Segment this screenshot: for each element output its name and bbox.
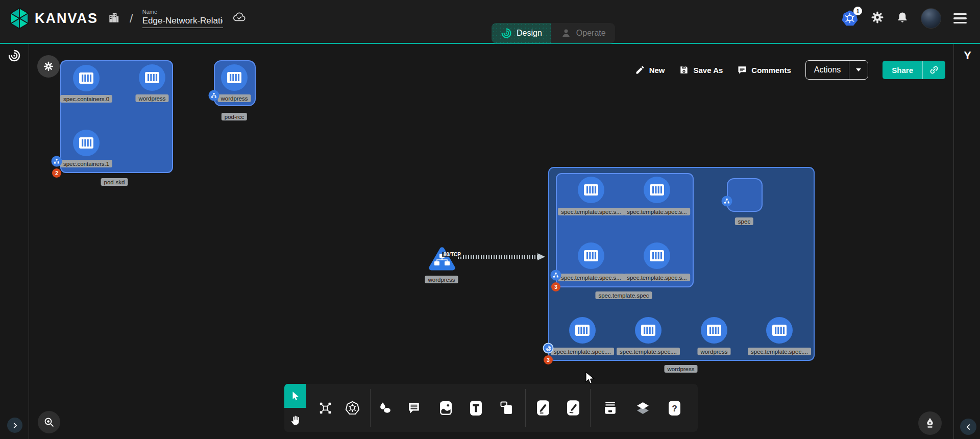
- select-tool-button[interactable]: [284, 384, 306, 408]
- node-container[interactable]: [73, 65, 100, 91]
- relationship-badge-icon: [551, 270, 561, 281]
- new-button[interactable]: New: [635, 65, 665, 75]
- tab-design[interactable]: Design: [492, 23, 551, 43]
- hand-icon: [289, 414, 302, 426]
- design-spiral-icon: [501, 28, 512, 39]
- cursor-arrow-icon: [290, 391, 301, 402]
- edge-style-tool-button[interactable]: [533, 398, 553, 418]
- meshery-spinner-icon: [8, 49, 21, 62]
- node-label: spec.containers.1: [60, 160, 112, 167]
- freehand-tool-button[interactable]: [564, 398, 583, 418]
- drawer-tool-button[interactable]: [600, 398, 620, 418]
- validator-icon[interactable]: Y: [964, 49, 971, 62]
- actions-button-label: Actions: [806, 61, 849, 79]
- shapes-tool-button[interactable]: [375, 398, 394, 418]
- node-container[interactable]: [221, 64, 248, 91]
- zoom-in-button[interactable]: [38, 411, 60, 433]
- node-label: spec.template.spec.s...: [558, 274, 624, 281]
- toolbar-divider: [370, 389, 371, 427]
- node-label: spec.template.spec....: [617, 348, 680, 355]
- image-tool-button[interactable]: [436, 398, 455, 418]
- brand-text: KANVAS: [35, 11, 98, 27]
- group-config-gear-button[interactable]: [37, 55, 60, 78]
- kubernetes-tool-button[interactable]: [342, 398, 362, 418]
- toolbar-divider: [525, 389, 526, 427]
- zoom-in-magnifier-icon: [43, 416, 55, 428]
- node-container[interactable]: [644, 177, 670, 203]
- comment-icon: [737, 65, 747, 75]
- node-label: wordpress: [697, 348, 730, 355]
- comments-button[interactable]: Comments: [737, 65, 791, 75]
- share-button-label: Share: [883, 61, 922, 79]
- notifications-bell-icon[interactable]: [896, 11, 909, 26]
- node-container[interactable]: [578, 242, 604, 269]
- node-label: spec: [735, 217, 753, 225]
- design-pen-button[interactable]: [918, 411, 942, 435]
- canvas-toolbar: ?: [306, 384, 698, 432]
- node-label: spec.containers.0: [60, 95, 112, 103]
- share-split-button[interactable]: Share: [883, 61, 945, 79]
- breadcrumb-separator: /: [130, 11, 133, 26]
- group-label: pod-rcc: [222, 113, 247, 120]
- left-sidebar: [0, 44, 29, 439]
- comments-button-label: Comments: [751, 66, 791, 75]
- mode-tabs: Design Operate: [492, 23, 615, 43]
- shapes-icon: [378, 402, 391, 414]
- relationship-badge-icon: [52, 156, 62, 167]
- relationship-badge-icon: [543, 343, 554, 354]
- error-count-badge[interactable]: 3: [551, 282, 560, 291]
- node-service-triangle[interactable]: [427, 246, 457, 275]
- layers-tool-button[interactable]: [633, 398, 652, 418]
- text-icon: [470, 401, 482, 416]
- node-container[interactable]: [578, 177, 604, 203]
- node-container[interactable]: [73, 130, 100, 156]
- relationship-badge-icon: [722, 196, 732, 207]
- design-action-bar: New Save As Comments Actions Share: [635, 60, 945, 80]
- node-spec[interactable]: [727, 178, 763, 212]
- actions-caret-icon[interactable]: [849, 61, 868, 79]
- note-tool-button[interactable]: [497, 398, 516, 418]
- actions-split-button[interactable]: Actions: [805, 60, 868, 80]
- node-label: wordpress: [135, 94, 168, 102]
- user-avatar[interactable]: [921, 8, 941, 29]
- operate-person-icon: [560, 28, 572, 39]
- pan-tool-button[interactable]: [284, 408, 306, 432]
- group-spec-template-spec[interactable]: [556, 173, 694, 287]
- edge-service-to-deployment[interactable]: [458, 255, 538, 259]
- save-as-button[interactable]: Save As: [679, 65, 723, 75]
- design-name-input[interactable]: [142, 16, 223, 28]
- edge-pen-icon: [537, 400, 549, 416]
- node-container[interactable]: [644, 242, 670, 269]
- save-as-button-label: Save As: [693, 66, 723, 75]
- design-name-label: Name: [142, 9, 223, 15]
- expand-left-panel-button[interactable]: [7, 418, 22, 433]
- organization-icon[interactable]: [107, 11, 120, 26]
- help-tool-button[interactable]: ?: [665, 398, 684, 418]
- error-count-badge[interactable]: 2: [52, 168, 61, 178]
- node-label: wordpress: [217, 94, 251, 102]
- error-count-badge[interactable]: 3: [544, 355, 553, 364]
- tab-operate[interactable]: Operate: [551, 23, 615, 43]
- comment-tool-button[interactable]: [404, 398, 424, 418]
- menu-hamburger-icon[interactable]: [953, 13, 967, 23]
- node-container[interactable]: [701, 317, 727, 344]
- node-container[interactable]: [635, 317, 662, 344]
- kubernetes-context-icon[interactable]: 1: [841, 10, 859, 27]
- settings-gear-icon[interactable]: [871, 11, 884, 26]
- component-tool-button[interactable]: [315, 398, 335, 418]
- node-container[interactable]: [139, 64, 165, 91]
- relationship-badge-icon: [209, 90, 219, 101]
- pen-nib-icon: [923, 417, 937, 430]
- edge-port-label: 80/TCP: [442, 252, 462, 257]
- toolbar-divider: [590, 389, 591, 427]
- tab-design-label: Design: [517, 29, 542, 38]
- node-container[interactable]: [569, 317, 596, 344]
- share-link-icon[interactable]: [922, 61, 945, 79]
- text-tool-button[interactable]: [466, 398, 485, 418]
- kanvas-logo[interactable]: KANVAS: [9, 7, 98, 30]
- image-icon: [440, 401, 452, 415]
- node-container[interactable]: [766, 317, 793, 344]
- group-label: pod-skd: [101, 178, 128, 186]
- expand-right-panel-button[interactable]: [960, 419, 976, 435]
- new-button-label: New: [649, 66, 665, 75]
